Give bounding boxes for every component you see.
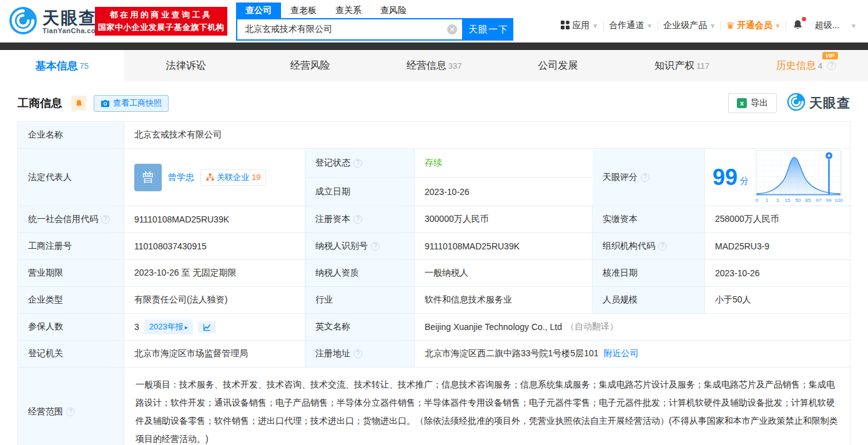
help-icon[interactable]: ? <box>827 61 836 70</box>
nav-enterprise-products[interactable]: 企业级产品 ▼ <box>658 20 721 31</box>
tab-count: 117 <box>696 61 709 71</box>
search-tab-relation[interactable]: 查关系 <box>326 2 371 18</box>
taxpayer-quality-value: 一般纳税人 <box>415 260 593 286</box>
search-input[interactable] <box>236 18 463 41</box>
company-tabbar: 基本信息 75 法律诉讼 经营风险 经营信息 337 公司发展 知识产权 117… <box>0 50 868 81</box>
trend-chart-button[interactable] <box>198 321 216 333</box>
help-icon[interactable]: ? <box>658 242 667 251</box>
nearby-companies-link[interactable]: 附近公司 <box>604 348 639 359</box>
annual-report-pill[interactable]: 2023年报 ▸ <box>144 319 193 334</box>
company-type-label: 企业类型 <box>18 287 124 313</box>
registry-label: 登记机关 <box>18 341 124 367</box>
tab-intellectual-property[interactable]: 知识产权 117 <box>620 50 744 81</box>
english-name-value: Beijing Xuanjie Technology Co., Ltd <box>425 322 562 332</box>
related-count: 19 <box>252 172 260 182</box>
staff-size-label: 人员规模 <box>593 287 705 313</box>
view-snapshot-button[interactable]: 查看工商快照 <box>94 95 169 112</box>
nav-open-vip[interactable]: ♛ 开通会员 ▼ <box>721 20 786 31</box>
help-icon[interactable]: ? <box>353 349 362 358</box>
paid-capital-label: 实缴资本 <box>593 206 705 232</box>
registered-capital-label: 注册资本? <box>305 206 415 232</box>
notification-dot <box>802 17 806 21</box>
org-code-label: 组织机构代码? <box>593 233 705 259</box>
business-info-table: 企业名称 北京玄戒技术有限公司 法定代表人 曾 曾学忠 关联企业 19 登 <box>17 121 851 445</box>
company-name-label: 企业名称 <box>18 122 124 148</box>
taxpayer-quality-label: 纳税人资质 <box>305 260 415 286</box>
search-button[interactable]: 天眼一下 <box>463 18 513 41</box>
tab-legal[interactable]: 法律诉讼 <box>124 50 249 81</box>
search-tab-company[interactable]: 查公司 <box>236 2 281 18</box>
table-row: 经营范围? 一般项目：技术服务、技术开发、技术咨询、技术交流、技术转让、技术推广… <box>18 368 850 445</box>
table-subrow: 登记状态 ? 存续 <box>305 149 593 178</box>
help-icon[interactable]: ? <box>353 159 362 168</box>
table-row: 营业期限 2023-10-26 至 无固定期限 纳税人资质 一般纳税人 核准日期… <box>18 260 850 287</box>
table-row: 工商注册号 110108037430915 纳税人识别号? 91110108MA… <box>18 233 850 260</box>
bell-icon <box>792 19 803 30</box>
help-icon[interactable]: ? <box>101 215 110 224</box>
table-row: 企业类型 有限责任公司(法人独资) 行业 软件和信息技术服务业 人员规模 小于5… <box>18 287 850 314</box>
tab-label: 经营信息 <box>407 59 446 72</box>
chevron-down-icon: ▼ <box>592 22 598 29</box>
tab-label: 知识产权 <box>654 59 694 72</box>
legal-rep-link[interactable]: 曾学忠 <box>168 172 194 183</box>
tab-history-info[interactable]: VIP 历史信息 4 ? <box>744 50 868 81</box>
svg-text:0: 0 <box>756 198 759 203</box>
avatar[interactable]: 曾 <box>134 164 162 191</box>
establish-date-value: 2023-10-26 <box>415 178 593 206</box>
top-header: 天眼查 TianYanCha.com 都在用的商业查询工具 国家中小企业发展子基… <box>0 0 868 42</box>
svg-text:85: 85 <box>806 198 811 203</box>
company-type-value: 有限责任公司(法人独资) <box>124 287 305 313</box>
auto-translate-note: （自动翻译） <box>566 321 618 332</box>
registry-value: 北京市海淀区市场监督管理局 <box>124 341 305 367</box>
legal-rep-cell: 曾 曾学忠 关联企业 19 <box>124 149 305 206</box>
section-header: 工商信息 查看工商快照 x 导出 天眼查 <box>17 92 851 114</box>
search-tab-boss[interactable]: 查老板 <box>281 2 326 18</box>
promo-banner: 都在用的商业查询工具 国家中小企业发展子基金旗下机构 <box>95 7 227 36</box>
tab-basic-info[interactable]: 基本信息 75 <box>0 50 124 81</box>
monitor-bell-button[interactable] <box>71 96 86 111</box>
tianyancha-watermark: 天眼查 <box>787 92 851 114</box>
tab-count: 75 <box>80 61 89 71</box>
org-code-value: MAD25RU3-9 <box>705 233 850 259</box>
header-nav: 应用 ▼ 合作通道 ▼ 企业级产品 ▼ ♛ 开通会员 ▼ 超级... <box>556 19 862 32</box>
table-row: 统一社会信用代码? 91110108MAD25RU39K 注册资本? 30000… <box>18 206 850 233</box>
tab-label: 历史信息 <box>776 59 816 72</box>
address-cell: 北京市海淀区西二旗中路33号院1号楼5层101 附近公司 <box>415 341 850 367</box>
related-label: 关联企业 <box>217 172 249 183</box>
chevron-down-icon: ▼ <box>775 22 781 29</box>
table-row: 登记机关 北京市海淀区市场监督管理局 注册地址? 北京市海淀区西二旗中路33号院… <box>18 341 850 368</box>
nav-account[interactable]: 超级... ▼ <box>809 20 862 31</box>
nav-partner-label: 合作通道 <box>609 20 644 31</box>
svg-text:15: 15 <box>785 198 791 203</box>
notifications-bell[interactable] <box>786 19 809 32</box>
search-tabs: 查公司 查老板 查关系 查风险 <box>236 2 513 18</box>
clear-search-icon[interactable]: ✕ <box>447 24 457 34</box>
dark-strip <box>0 42 868 50</box>
brand-name: 天眼查 <box>42 9 102 27</box>
tab-label: 法律诉讼 <box>166 59 206 72</box>
business-scope-label: 经营范围? <box>18 368 124 445</box>
nav-partner-channel[interactable]: 合作通道 ▼ <box>604 20 658 31</box>
nav-vip-label: 开通会员 <box>737 20 772 31</box>
related-companies-badge[interactable]: 关联企业 19 <box>200 169 266 186</box>
tianyancha-logo[interactable]: 天眼查 TianYanCha.com <box>9 6 102 38</box>
tab-label: 公司发展 <box>538 59 578 72</box>
section-title: 工商信息 <box>17 96 62 111</box>
tab-label: 基本信息 <box>36 59 78 73</box>
search-tab-risk[interactable]: 查风险 <box>371 2 416 18</box>
reg-status-label: 登记状态 ? <box>305 149 415 177</box>
tab-operation-info[interactable]: 经营信息 337 <box>372 50 496 81</box>
help-icon[interactable]: ? <box>371 242 380 251</box>
tab-operation-risk[interactable]: 经营风险 <box>248 50 372 81</box>
help-icon[interactable]: ? <box>353 215 362 224</box>
address-value: 北京市海淀区西二旗中路33号院1号楼5层101 <box>425 348 599 359</box>
tab-company-development[interactable]: 公司发展 <box>496 50 620 81</box>
export-button[interactable]: x 导出 <box>728 93 777 113</box>
reg-status-value: 存续 <box>415 149 593 177</box>
nav-apps[interactable]: 应用 ▼ <box>556 20 603 31</box>
tab-count: 4 <box>818 61 822 71</box>
crown-icon: ♛ <box>726 20 734 31</box>
help-icon[interactable]: ? <box>66 408 75 416</box>
chevron-down-icon: ▼ <box>851 22 857 29</box>
help-icon[interactable]: ? <box>641 173 649 182</box>
